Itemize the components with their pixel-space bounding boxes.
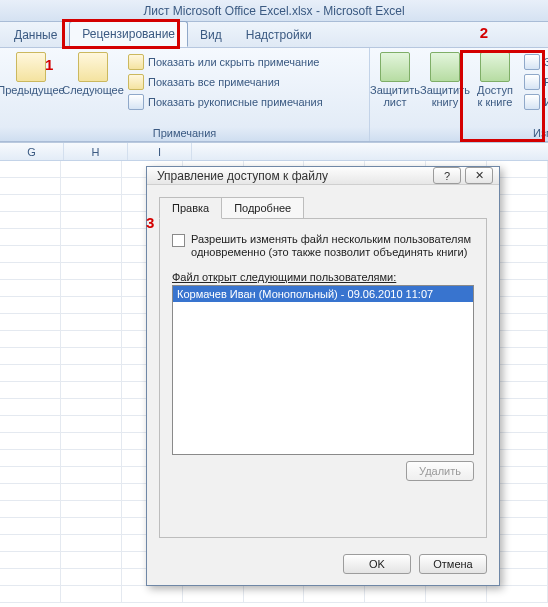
show-hide-comment-label: Показать или скрыть примечание — [148, 56, 319, 68]
tab-addins[interactable]: Надстройки — [234, 23, 324, 47]
show-all-comments-label: Показать все примечания — [148, 76, 280, 88]
next-comment-icon — [78, 52, 108, 82]
shield-icon — [524, 54, 540, 70]
show-hide-comment-button[interactable]: Показать или скрыть примечание — [124, 52, 327, 72]
tab-review[interactable]: Рецензирование — [69, 21, 188, 47]
group-changes-label: Измен — [370, 126, 548, 141]
dialog-titlebar: Управление доступом к файлу ? ✕ — [147, 167, 499, 185]
dialog-tab-more[interactable]: Подробнее — [222, 197, 304, 219]
user-list-item[interactable]: Кормачев Иван (Монопольный) - 09.06.2010… — [173, 286, 473, 302]
group-changes: Защитить лист Защитить книгу Доступ к кн… — [370, 48, 548, 141]
track-icon — [524, 94, 540, 110]
share-book-label: Доступ к книге — [477, 84, 513, 108]
cancel-button[interactable]: Отмена — [419, 554, 487, 574]
annotation-2: 2 — [480, 24, 488, 41]
annotation-3: 3 — [146, 214, 154, 231]
show-ink-comments-label: Показать рукописные примечания — [148, 96, 323, 108]
comment-icon — [128, 54, 144, 70]
col-g[interactable]: G — [0, 143, 64, 160]
ribbon-tabstrip: Данные Рецензирование Вид Надстройки 2 — [0, 22, 548, 48]
group-comments-label: Примечания — [0, 126, 369, 141]
allow-multiuser-checkbox[interactable] — [172, 234, 185, 247]
protect-workbook-button[interactable]: Защитить книгу — [420, 50, 470, 110]
prev-comment-icon — [16, 52, 46, 82]
col-i[interactable]: I — [128, 143, 192, 160]
protect-sheet-button[interactable]: Защитить лист — [370, 50, 420, 110]
comments-icon — [128, 74, 144, 90]
protect-book-icon — [430, 52, 460, 82]
show-ink-comments-button[interactable]: Показать рукописные примечания — [124, 92, 327, 112]
next-comment-button[interactable]: Следующее — [62, 50, 124, 98]
share-book-icon — [480, 52, 510, 82]
show-all-comments-button[interactable]: Показать все примечания — [124, 72, 327, 92]
users-listbox[interactable]: Кормачев Иван (Монопольный) - 09.06.2010… — [172, 285, 474, 455]
ink-icon — [128, 94, 144, 110]
help-icon: ? — [444, 170, 450, 182]
share-workbook-button[interactable]: Доступ к книге — [470, 50, 520, 110]
protect-sheet-icon — [380, 52, 410, 82]
window-title: Лист Microsoft Office Excel.xlsx - Micro… — [143, 4, 404, 18]
allow-multiuser-row: Разрешить изменять файл нескольким польз… — [172, 233, 474, 259]
help-button[interactable]: ? — [433, 167, 461, 184]
ribbon: Предыдущее Следующее Показать или скрыть… — [0, 48, 548, 142]
protect-share-label: Защ — [544, 56, 548, 68]
share-workbook-dialog: Управление доступом к файлу ? ✕ Правка П… — [146, 166, 500, 586]
col-h[interactable]: H — [64, 143, 128, 160]
protect-book-label: Защитить книгу — [420, 84, 470, 108]
ok-button[interactable]: OK — [343, 554, 411, 574]
allow-ranges-label: Раз — [544, 76, 548, 88]
dialog-tabpanel: Разрешить изменять файл нескольким польз… — [159, 218, 487, 538]
tab-view[interactable]: Вид — [188, 23, 234, 47]
dialog-tabstrip: Правка Подробнее — [159, 197, 487, 219]
dialog-title: Управление доступом к файлу — [157, 169, 328, 183]
delete-user-button: Удалить — [406, 461, 474, 481]
protect-share-button[interactable]: Защ — [520, 52, 548, 72]
group-comments: Предыдущее Следующее Показать или скрыть… — [0, 48, 370, 141]
dialog-body: Правка Подробнее Разрешить изменять файл… — [147, 185, 499, 546]
titlebar: Лист Microsoft Office Excel.xlsx - Micro… — [0, 0, 548, 22]
range-icon — [524, 74, 540, 90]
close-icon: ✕ — [475, 169, 484, 182]
column-headers: G H I — [0, 143, 548, 161]
track-changes-label: Исп — [544, 96, 548, 108]
dialog-footer: OK Отмена — [147, 546, 499, 586]
tab-data[interactable]: Данные — [2, 23, 69, 47]
allow-ranges-button[interactable]: Раз — [520, 72, 548, 92]
allow-multiuser-label: Разрешить изменять файл нескольким польз… — [191, 233, 474, 259]
dialog-tab-edit[interactable]: Правка — [159, 197, 222, 219]
prev-comment-label: Предыдущее — [0, 84, 65, 96]
track-changes-button[interactable]: Исп — [520, 92, 548, 112]
protect-sheet-label: Защитить лист — [370, 84, 420, 108]
next-comment-label: Следующее — [62, 84, 124, 96]
close-button[interactable]: ✕ — [465, 167, 493, 184]
open-by-label: Файл открыт следующими пользователями: — [172, 271, 474, 283]
annotation-1: 1 — [45, 56, 53, 73]
